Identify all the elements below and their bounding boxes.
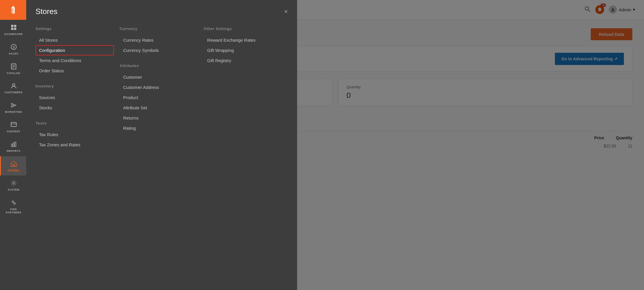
customer-address-attr-link[interactable]: Customer Address [120, 82, 198, 92]
all-stores-link[interactable]: All Stores [36, 35, 114, 45]
content-icon [10, 121, 18, 129]
svg-line-25 [13, 202, 14, 203]
customer-attr-link[interactable]: Customer [120, 72, 198, 82]
svg-point-22 [13, 182, 15, 184]
modal-title: Stores [36, 7, 57, 16]
product-attr-link[interactable]: Product [120, 92, 198, 103]
sidebar-item-content[interactable]: CONTENT [0, 117, 26, 137]
sidebar-item-system[interactable]: SYSTEM [0, 175, 26, 195]
svg-text:$: $ [13, 45, 15, 49]
sidebar-item-dashboard-label: DASHBOARD [4, 33, 23, 36]
svg-rect-4 [11, 25, 13, 27]
sidebar-item-marketing[interactable]: MARKETING [0, 98, 26, 117]
currency-symbols-link[interactable]: Currency Symbols [120, 45, 198, 55]
reports-icon [10, 140, 18, 148]
currency-section: Currency Currency Rates Currency Symbols [120, 27, 198, 55]
svg-marker-15 [11, 103, 16, 107]
sidebar-item-dashboard[interactable]: DASHBOARD [0, 20, 26, 39]
sidebar-item-marketing-label: MARKETING [5, 110, 22, 114]
sidebar-item-reports[interactable]: REPORTS [0, 137, 26, 156]
inventory-section: Inventory Sources Stocks [36, 84, 114, 113]
sidebar-item-stores[interactable]: STORES [0, 156, 26, 176]
inventory-title: Inventory [36, 84, 114, 88]
svg-rect-7 [14, 28, 16, 30]
svg-rect-20 [15, 142, 16, 147]
sidebar-item-content-label: CONTENT [7, 130, 20, 133]
currency-title: Currency [120, 27, 198, 31]
magento-logo-icon [7, 3, 20, 16]
order-status-link[interactable]: Order Status [36, 66, 114, 76]
sidebar-item-customers[interactable]: CUSTOMERS [0, 78, 26, 98]
gift-wrapping-link[interactable]: Gift Wrapping [204, 45, 282, 55]
sidebar-item-find-partners[interactable]: FIND PARTNERS [0, 195, 26, 218]
returns-link[interactable]: Returns [120, 113, 198, 123]
other-settings-title: Other Settings [204, 27, 282, 31]
taxes-section: Taxes Tax Rules Tax Zones and Rates [36, 121, 114, 150]
dashboard-icon [10, 23, 18, 31]
modal-body: Settings All Stores Configuration Terms … [26, 21, 297, 290]
reward-exchange-rates-link[interactable]: Reward Exchange Rates [204, 35, 282, 45]
marketing-icon [10, 101, 18, 109]
sidebar-item-sales-label: SALES [9, 52, 18, 55]
terms-conditions-link[interactable]: Terms and Conditions [36, 55, 114, 66]
other-settings-section: Other Settings Reward Exchange Rates Gif… [204, 27, 282, 66]
stores-modal: Stores × Settings All Stores Configurati… [26, 0, 297, 290]
sources-link[interactable]: Sources [36, 92, 114, 103]
modal-header: Stores × [26, 0, 297, 21]
sales-icon: $ [10, 43, 18, 51]
svg-rect-16 [11, 122, 16, 126]
sidebar-item-reports-label: REPORTS [7, 150, 20, 153]
tax-rules-link[interactable]: Tax Rules [36, 129, 114, 140]
system-icon [10, 179, 18, 187]
svg-point-14 [13, 84, 15, 86]
attribute-set-link[interactable]: Attribute Set [120, 103, 198, 113]
sidebar-navigation: DASHBOARD $ SALES CATALOG CUSTOMERS MARK… [0, 20, 26, 218]
svg-rect-19 [13, 143, 14, 147]
sidebar-item-customers-label: CUSTOMERS [5, 91, 23, 94]
taxes-title: Taxes [36, 121, 114, 125]
svg-rect-21 [13, 164, 15, 166]
modal-close-button[interactable]: × [284, 8, 288, 15]
customers-icon [10, 82, 18, 90]
settings-section: Settings All Stores Configuration Terms … [36, 27, 114, 76]
sidebar-item-stores-label: STORES [8, 169, 20, 172]
attributes-title: Attributes [120, 64, 198, 68]
svg-rect-5 [14, 25, 16, 27]
sidebar-item-sales[interactable]: $ SALES [0, 39, 26, 59]
sidebar-item-system-label: SYSTEM [8, 188, 19, 191]
sidebar-item-catalog[interactable]: CATALOG [0, 59, 26, 78]
sidebar-item-catalog-label: CATALOG [7, 72, 20, 75]
stores-icon [10, 160, 18, 168]
settings-title: Settings [36, 27, 114, 31]
tax-zones-rates-link[interactable]: Tax Zones and Rates [36, 140, 114, 150]
svg-rect-6 [11, 28, 13, 30]
rating-link[interactable]: Rating [120, 123, 198, 133]
sidebar: DASHBOARD $ SALES CATALOG CUSTOMERS MARK… [0, 0, 26, 290]
modal-column-1: Settings All Stores Configuration Terms … [36, 27, 120, 284]
catalog-icon [10, 62, 18, 71]
modal-column-2: Currency Currency Rates Currency Symbols… [120, 27, 204, 284]
sidebar-item-find-partners-label: FIND PARTNERS [2, 208, 25, 214]
currency-rates-link[interactable]: Currency Rates [120, 35, 198, 45]
configuration-link[interactable]: Configuration [36, 45, 114, 55]
gift-registry-link[interactable]: Gift Registry [204, 55, 282, 66]
modal-column-3: Other Settings Reward Exchange Rates Gif… [204, 27, 288, 284]
sidebar-logo [0, 0, 26, 20]
stocks-link[interactable]: Stocks [36, 103, 114, 113]
svg-rect-18 [11, 144, 13, 147]
partners-icon [10, 198, 18, 207]
attributes-section: Attributes Customer Customer Address Pro… [120, 64, 198, 133]
